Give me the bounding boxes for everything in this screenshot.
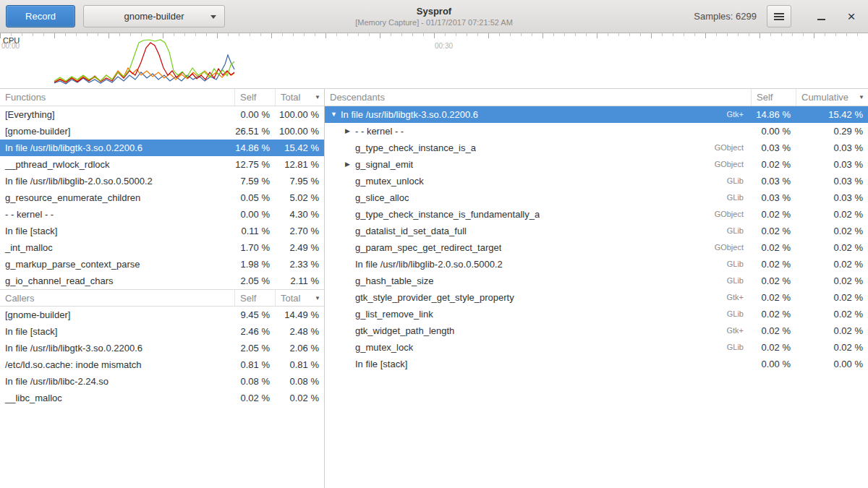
tree-row[interactable]: ▶- - kernel - -0.00 %0.29 % [325, 123, 868, 140]
cumulative-percent: 0.02 % [796, 206, 868, 223]
function-name: In file /usr/lib/libgtk-3.so.0.2200.6 [0, 340, 234, 356]
function-name: g_signal_emit [355, 156, 413, 173]
tree-row[interactable]: g_type_check_instance_is_fundamentally_a… [325, 206, 868, 223]
total-percent: 2.70 % [275, 223, 324, 239]
table-row[interactable]: [gnome-builder]26.51 %100.00 % [0, 123, 324, 140]
tree-row[interactable]: g_slice_allocGLib0.03 %0.03 % [325, 189, 868, 206]
table-row[interactable]: In file /usr/lib/libglib-2.0.so.0.5000.2… [0, 173, 324, 189]
table-row[interactable]: g_resource_enumerate_children0.05 %5.02 … [0, 189, 324, 206]
function-name: __libc_malloc [0, 390, 234, 406]
table-row[interactable]: In file [stack]2.46 %2.48 % [0, 323, 324, 340]
self-percent: 0.00 % [234, 206, 275, 223]
callers-column-header[interactable]: Callers [0, 290, 234, 306]
cumulative-percent: 0.02 % [796, 322, 868, 339]
expand-arrow-icon[interactable]: ▶ [344, 156, 355, 173]
function-name: gtk_style_provider_get_style_property [355, 289, 514, 306]
tree-row[interactable]: gtk_widget_path_lengthGtk+0.02 %0.02 % [325, 322, 868, 339]
cpu-timeline-graph[interactable]: CPU 00:00 00:30 [0, 33, 868, 89]
self-percent: 9.45 % [234, 307, 275, 323]
self-percent: 0.03 % [751, 140, 796, 156]
tree-row[interactable]: g_mutex_lockGLib0.02 %0.02 % [325, 339, 868, 356]
function-name: In file [stack] [0, 323, 234, 340]
tree-row[interactable]: g_hash_table_sizeGLib0.02 %0.02 % [325, 273, 868, 289]
callers-total-column-header[interactable]: Total ▼ [275, 290, 324, 306]
process-selector-dropdown[interactable]: gnome-builder [83, 5, 225, 27]
self-percent: 12.75 % [234, 156, 275, 173]
functions-total-column-header[interactable]: Total ▼ [275, 89, 324, 106]
cumulative-percent: 0.02 % [796, 223, 868, 239]
cpu-series-cpu-blue [54, 55, 234, 84]
capture-subtitle: [Memory Capture] - 01/17/2017 07:21:52 A… [355, 17, 513, 27]
self-percent: 0.02 % [751, 289, 796, 306]
descendants-self-column-header[interactable]: Self [751, 89, 796, 106]
table-row[interactable]: - - kernel - -0.00 %4.30 % [0, 206, 324, 223]
tree-row[interactable]: In file /usr/lib/libglib-2.0.so.0.5000.2… [325, 256, 868, 273]
table-row[interactable]: [gnome-builder]9.45 %14.49 % [0, 307, 324, 323]
function-name: g_type_check_instance_is_fundamentally_a [355, 206, 540, 223]
expand-arrow-icon[interactable]: ▶ [344, 123, 355, 140]
cumulative-percent: 0.03 % [796, 156, 868, 173]
app-title: Sysprof [355, 5, 513, 17]
profile-panes: Functions Self Total ▼ [Everything]0.00 … [0, 89, 868, 488]
table-row[interactable]: In file /usr/lib/libc-2.24.so0.08 %0.08 … [0, 373, 324, 390]
self-percent: 14.86 % [751, 106, 796, 123]
table-row[interactable]: /etc/ld.so.cache: inode mismatch0.81 %0.… [0, 356, 324, 373]
tree-row[interactable]: g_param_spec_get_redirect_targetGObject0… [325, 239, 868, 256]
table-row[interactable]: In file /usr/lib/libgtk-3.so.0.2200.62.0… [0, 340, 324, 356]
table-row[interactable]: In file /usr/lib/libgtk-3.so.0.2200.614.… [0, 140, 324, 156]
callers-self-column-header[interactable]: Self [234, 290, 275, 306]
functions-column-header[interactable]: Functions [0, 89, 234, 106]
self-percent: 2.05 % [234, 340, 275, 356]
chevron-down-icon [210, 15, 216, 19]
total-percent: 0.08 % [275, 373, 324, 390]
self-percent: 26.51 % [234, 123, 275, 140]
cumulative-percent: 0.00 % [796, 356, 868, 372]
close-button[interactable]: × [841, 6, 862, 27]
table-row[interactable]: __libc_malloc0.02 %0.02 % [0, 390, 324, 406]
tree-row[interactable]: g_datalist_id_set_data_fullGLib0.02 %0.0… [325, 223, 868, 239]
cumulative-percent: 0.02 % [796, 239, 868, 256]
self-percent: 0.00 % [751, 356, 796, 372]
table-row[interactable]: _int_malloc1.70 %2.49 % [0, 239, 324, 256]
table-row[interactable]: In file [stack]0.11 %2.70 % [0, 223, 324, 239]
table-row[interactable]: g_markup_parse_context_parse1.98 %2.33 % [0, 256, 324, 273]
table-row[interactable]: g_io_channel_read_chars2.05 %2.11 % [0, 273, 324, 289]
collapse-arrow-icon[interactable]: ▼ [329, 106, 341, 123]
functions-table: [Everything]0.00 %100.00 %[gnome-builder… [0, 106, 324, 289]
library-tag: GLib [721, 273, 751, 289]
table-row[interactable]: __pthread_rwlock_rdlock12.75 %12.81 % [0, 156, 324, 173]
function-name: In file /usr/lib/libglib-2.0.so.0.5000.2 [355, 256, 503, 273]
descendants-column-header[interactable]: Descendants [325, 89, 751, 106]
self-percent: 0.02 % [234, 390, 275, 406]
library-tag: Gtk+ [720, 322, 751, 339]
total-percent: 2.06 % [275, 340, 324, 356]
header-right-section: Samples: 6299 × [694, 5, 862, 27]
self-percent: 0.03 % [751, 173, 796, 189]
menu-button[interactable] [767, 5, 791, 27]
tree-row[interactable]: gtk_style_provider_get_style_propertyGtk… [325, 289, 868, 306]
callers-table-header: Callers Self Total ▼ [0, 289, 324, 307]
library-tag: GObject [709, 239, 751, 256]
library-tag: GLib [721, 256, 751, 273]
functions-self-column-header[interactable]: Self [234, 89, 275, 106]
self-percent: 0.03 % [751, 189, 796, 206]
library-tag: GLib [721, 339, 751, 356]
function-name: /etc/ld.so.cache: inode mismatch [0, 356, 234, 373]
function-name: [Everything] [0, 106, 234, 123]
tree-row[interactable]: g_type_check_instance_is_aGObject0.03 %0… [325, 140, 868, 156]
sort-descending-icon: ▼ [859, 89, 868, 106]
self-percent: 1.70 % [234, 239, 275, 256]
tree-row[interactable]: g_mutex_unlockGLib0.03 %0.03 % [325, 173, 868, 189]
total-percent: 2.33 % [275, 256, 324, 273]
descendants-cumulative-column-header[interactable]: Cumulative ▼ [796, 89, 868, 106]
descendants-table-header: Descendants Self Cumulative ▼ [325, 89, 868, 106]
total-percent: 100.00 % [275, 123, 324, 140]
minimize-button[interactable] [810, 6, 832, 27]
tree-row[interactable]: In file [stack]0.00 %0.00 % [325, 356, 868, 372]
tree-row[interactable]: g_list_remove_linkGLib0.02 %0.02 % [325, 306, 868, 322]
tree-row[interactable]: ▶g_signal_emitGObject0.02 %0.03 % [325, 156, 868, 173]
tree-row[interactable]: ▼In file /usr/lib/libgtk-3.so.0.2200.6Gt… [325, 106, 868, 123]
table-row[interactable]: [Everything]0.00 %100.00 % [0, 106, 324, 123]
function-name: gtk_widget_path_length [355, 322, 454, 339]
record-button[interactable]: Record [6, 5, 75, 27]
